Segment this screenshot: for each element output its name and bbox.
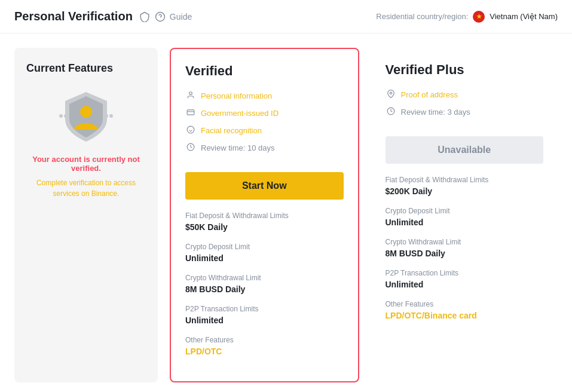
vplus-p2p-limit-value: Unlimited: [386, 280, 544, 289]
shield-verified-icon[interactable]: [139, 11, 151, 23]
header-icons: Guide: [139, 11, 192, 23]
svg-point-10: [390, 92, 392, 94]
personal-info-link[interactable]: Personal information: [201, 91, 272, 100]
p2p-limit-value: Unlimited: [185, 316, 344, 325]
verified-plus-title: Verified Plus: [386, 62, 544, 78]
start-now-button[interactable]: Start Now: [185, 172, 344, 200]
vplus-crypto-withdrawal-value: 8M BUSD Daily: [386, 249, 544, 258]
crypto-deposit-label: Crypto Deposit Limit: [185, 243, 344, 251]
verified-review-time: Review time: 10 days: [185, 143, 344, 153]
vplus-limit-p2p: P2P Transaction Limits Unlimited: [386, 269, 544, 289]
country-name: Vietnam (Việt Nam): [490, 12, 558, 21]
header-right: Residential country/region: ★ Vietnam (V…: [376, 11, 558, 23]
verified-other-features: Other Features LPD/OTC: [185, 336, 344, 356]
unavailable-button: Unavailable: [386, 136, 544, 164]
verified-plus-panel: Verified Plus Proof of address Review ti…: [371, 48, 558, 382]
current-features-title: Current Features: [26, 62, 146, 75]
verify-desc: Complete verification to access services…: [26, 177, 146, 199]
svg-point-3: [80, 106, 92, 118]
fiat-limit-value: $50K Daily: [185, 222, 344, 232]
crypto-withdrawal-value: 8M BUSD Daily: [185, 284, 344, 294]
vplus-limit-crypto-deposit: Crypto Deposit Limit Unlimited: [386, 207, 544, 227]
clock-icon: [185, 143, 196, 153]
p2p-limit-label: P2P Transaction Limits: [185, 305, 344, 313]
person-icon: [185, 91, 196, 101]
fiat-limit-label: Fiat Deposit & Withdrawal Limits: [185, 212, 344, 220]
vplus-other-features: Other Features LPD/OTC/Binance card: [386, 300, 544, 320]
vplus-other-features-value: LPD/OTC/Binance card: [386, 311, 544, 320]
verified-feature-id: Government-issued ID: [185, 108, 344, 118]
svg-point-4: [105, 114, 108, 118]
other-features-value: LPD/OTC: [185, 347, 344, 356]
guide-link[interactable]: Guide: [170, 12, 192, 22]
review-time-text: Review time: 10 days: [201, 143, 275, 152]
country-label: Residential country/region:: [376, 12, 468, 21]
crypto-deposit-value: Unlimited: [185, 253, 344, 263]
face-icon: [185, 125, 196, 136]
vplus-crypto-deposit-label: Crypto Deposit Limit: [386, 207, 544, 215]
vplus-p2p-limit-label: P2P Transaction Limits: [386, 269, 544, 277]
verified-limit-crypto-deposit: Crypto Deposit Limit Unlimited: [185, 243, 344, 263]
vplus-review-time: Review time: 3 days: [386, 107, 544, 117]
main-content: Current Features: [0, 33, 572, 392]
vplus-review-time-text: Review time: 3 days: [401, 108, 470, 117]
verified-limit-p2p: P2P Transaction Limits Unlimited: [185, 305, 344, 325]
verified-limit-fiat: Fiat Deposit & Withdrawal Limits $50K Da…: [185, 212, 344, 232]
page-header: Personal Verification Guide Residential …: [0, 0, 572, 33]
vplus-limit-crypto-withdrawal: Crypto Withdrawal Limit 8M BUSD Daily: [386, 238, 544, 258]
location-icon: [386, 90, 396, 100]
vplus-feature-address: Proof of address: [386, 90, 544, 100]
shield-icon-wrapper: [56, 89, 116, 143]
vplus-fiat-limit-value: $200K Daily: [386, 186, 544, 196]
verified-panel: Verified Personal information Government…: [170, 48, 359, 382]
vplus-limit-fiat: Fiat Deposit & Withdrawal Limits $200K D…: [386, 176, 544, 196]
svg-point-1: [59, 114, 63, 118]
verified-limit-crypto-withdrawal: Crypto Withdrawal Limit 8M BUSD Daily: [185, 274, 344, 294]
unverified-text: Your account is currently not verified.: [26, 155, 146, 173]
government-id-link[interactable]: Government-issued ID: [201, 109, 279, 118]
svg-point-5: [109, 114, 113, 118]
proof-of-address-link[interactable]: Proof of address: [401, 90, 458, 99]
clock-icon-plus: [386, 107, 396, 117]
binance-link[interactable]: Binance: [91, 189, 117, 198]
facial-recognition-link[interactable]: Facial recognition: [201, 126, 262, 135]
id-icon: [185, 108, 196, 118]
other-features-label: Other Features: [185, 336, 344, 344]
vplus-fiat-limit-label: Fiat Deposit & Withdrawal Limits: [386, 176, 544, 184]
country-flag: ★: [473, 11, 485, 23]
current-features-panel: Current Features: [14, 48, 158, 382]
header-left: Personal Verification Guide: [14, 10, 192, 23]
svg-rect-6: [187, 110, 194, 115]
crypto-withdrawal-label: Crypto Withdrawal Limit: [185, 274, 344, 282]
verified-feature-face: Facial recognition: [185, 125, 344, 136]
verify-desc-text1: Complete verification to access services…: [36, 179, 136, 198]
question-icon[interactable]: [154, 11, 166, 23]
vplus-crypto-withdrawal-label: Crypto Withdrawal Limit: [386, 238, 544, 246]
vplus-crypto-deposit-value: Unlimited: [386, 218, 544, 227]
unverified-main: Your account is currently not verified.: [32, 155, 140, 173]
vplus-other-features-label: Other Features: [386, 300, 544, 308]
verify-desc-text2: .: [117, 189, 119, 198]
page-title: Personal Verification: [14, 10, 133, 23]
shield-container: [26, 89, 146, 143]
verified-feature-personal: Personal information: [185, 91, 344, 101]
svg-point-8: [187, 126, 194, 133]
verified-title: Verified: [185, 63, 344, 79]
unverified-shield-icon: [56, 89, 116, 143]
